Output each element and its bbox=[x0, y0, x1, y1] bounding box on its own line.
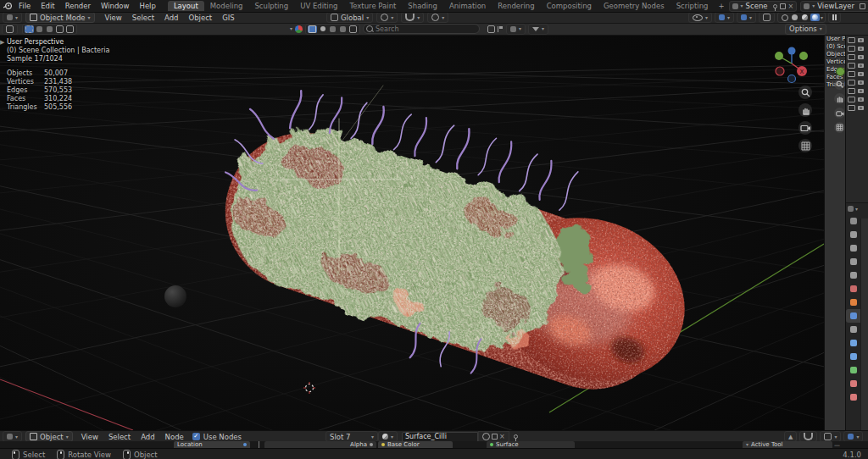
gizmo-z-axis[interactable] bbox=[788, 47, 796, 55]
ortho-grid-button[interactable] bbox=[834, 122, 845, 133]
workspace-tab[interactable]: Compositing bbox=[541, 1, 598, 11]
properties-tab[interactable] bbox=[846, 255, 860, 268]
properties-tab[interactable] bbox=[846, 363, 860, 377]
search-input[interactable] bbox=[363, 24, 480, 34]
select-set-button[interactable] bbox=[25, 25, 34, 33]
hide-in-render-icon[interactable] bbox=[858, 55, 864, 59]
active-tool-button[interactable] bbox=[2, 24, 18, 35]
properties-tab[interactable] bbox=[846, 309, 860, 323]
unlink-icon[interactable]: × bbox=[499, 433, 505, 440]
menu-item[interactable]: View bbox=[76, 433, 103, 441]
hide-in-render-icon[interactable] bbox=[858, 47, 864, 51]
hide-in-viewport-icon[interactable] bbox=[848, 97, 855, 102]
gizmo-y-axis[interactable] bbox=[775, 52, 783, 60]
mode-dropdown[interactable]: Object Mode▾ bbox=[25, 12, 95, 23]
outliner-row[interactable] bbox=[846, 86, 868, 95]
hide-in-render-icon[interactable] bbox=[858, 97, 864, 102]
editor-type-button[interactable]: ▾ bbox=[3, 12, 22, 23]
gizmos-toggle[interactable]: ▾ bbox=[715, 12, 734, 23]
gizmo-x-neg-axis[interactable] bbox=[776, 67, 784, 75]
menu-item[interactable]: Add bbox=[136, 433, 159, 441]
select-invert-button[interactable] bbox=[55, 25, 64, 33]
properties-tab[interactable] bbox=[846, 350, 860, 363]
blender-logo-icon[interactable] bbox=[3, 3, 12, 9]
workspace-tab[interactable]: Geometry Nodes bbox=[598, 1, 670, 11]
workspace-tab[interactable]: Scripting bbox=[670, 1, 715, 11]
menu-item[interactable]: Window bbox=[96, 2, 135, 10]
select-extend-button[interactable] bbox=[35, 25, 44, 33]
select-intersect-button[interactable] bbox=[65, 25, 75, 33]
properties-tab[interactable] bbox=[846, 268, 860, 282]
fake-user-shield-icon[interactable] bbox=[482, 433, 490, 440]
pivot-dropdown[interactable]: ▾ bbox=[376, 12, 398, 23]
workspace-tab[interactable]: Sculpting bbox=[248, 1, 294, 11]
filter-dropdown[interactable]: ▾ bbox=[528, 24, 548, 35]
menu-item[interactable]: GIS bbox=[217, 14, 240, 22]
properties-header[interactable]: ▾ bbox=[846, 203, 868, 214]
active-tool-panel[interactable]: ▾Active Tool bbox=[743, 441, 832, 448]
shading-solid-button[interactable] bbox=[790, 14, 799, 21]
menu-item[interactable]: File bbox=[14, 2, 36, 10]
hide-in-render-icon[interactable] bbox=[858, 80, 864, 85]
add-workspace-button[interactable]: + bbox=[714, 1, 728, 11]
orientation-dropdown[interactable]: Global▾ bbox=[326, 12, 373, 23]
menu-item[interactable]: Object bbox=[183, 14, 217, 22]
shader-socket[interactable] bbox=[490, 443, 493, 446]
pan-hand-button[interactable] bbox=[798, 103, 812, 117]
copy-icon[interactable] bbox=[860, 3, 865, 9]
hide-in-viewport-icon[interactable] bbox=[848, 63, 855, 69]
use-nodes-checkbox[interactable]: ✓ bbox=[192, 433, 200, 440]
vector-socket[interactable] bbox=[243, 443, 247, 446]
outliner-row[interactable] bbox=[846, 36, 868, 44]
options-button[interactable]: Options▾ bbox=[785, 24, 826, 35]
properties-content[interactable] bbox=[860, 218, 868, 430]
hide-in-render-icon[interactable] bbox=[858, 89, 864, 93]
close-icon[interactable]: × bbox=[788, 3, 794, 10]
display-mode-dropdown[interactable]: ▾ bbox=[506, 24, 526, 35]
hide-in-viewport-icon[interactable] bbox=[848, 54, 855, 60]
shading-rendered-button[interactable] bbox=[810, 14, 820, 21]
hide-in-render-icon[interactable] bbox=[858, 106, 864, 110]
pin-icon[interactable] bbox=[773, 4, 777, 8]
asset-kit-logo-icon[interactable] bbox=[295, 25, 303, 33]
properties-tab[interactable] bbox=[846, 390, 860, 404]
hide-in-viewport-icon[interactable] bbox=[848, 46, 855, 52]
outliner-row[interactable] bbox=[846, 103, 868, 112]
value-socket[interactable] bbox=[370, 443, 373, 446]
navigation-gizmo[interactable]: X bbox=[770, 45, 814, 84]
ortho-grid-button[interactable] bbox=[798, 139, 812, 152]
hide-in-viewport-icon[interactable] bbox=[848, 71, 855, 77]
material-name-input[interactable] bbox=[402, 432, 478, 442]
outliner-row[interactable] bbox=[846, 69, 868, 78]
gizmo-y-neg-axis[interactable] bbox=[799, 52, 808, 60]
scene-filter-button[interactable] bbox=[328, 25, 337, 33]
properties-tab[interactable] bbox=[846, 228, 860, 241]
node-surface[interactable]: Surface bbox=[487, 441, 575, 448]
pin-icon[interactable] bbox=[514, 434, 518, 439]
properties-tab[interactable] bbox=[846, 377, 860, 390]
hide-in-viewport-icon[interactable] bbox=[848, 80, 855, 86]
outliner-row[interactable] bbox=[846, 53, 868, 61]
gizmo-z-neg-axis[interactable] bbox=[788, 75, 796, 83]
pause-button[interactable] bbox=[828, 12, 841, 23]
hdr-filter-button[interactable] bbox=[338, 25, 348, 33]
hide-in-render-icon[interactable] bbox=[858, 38, 864, 42]
zoom-button[interactable] bbox=[834, 79, 845, 90]
snap-toggle[interactable]: ▾ bbox=[401, 12, 424, 23]
hide-in-render-icon[interactable] bbox=[858, 72, 864, 76]
node-location[interactable]: Location bbox=[174, 441, 250, 448]
workspace-tab[interactable]: Animation bbox=[443, 1, 492, 11]
toolbar-expand-arrow[interactable]: ▶ bbox=[0, 39, 4, 46]
properties-tab[interactable] bbox=[846, 323, 860, 336]
material-filter-button[interactable] bbox=[318, 25, 327, 33]
scene-selector[interactable]: ▾ Scene × bbox=[729, 1, 798, 12]
color-socket[interactable] bbox=[381, 443, 385, 446]
proportional-edit-toggle[interactable]: ▾ bbox=[427, 12, 448, 23]
properties-tab[interactable] bbox=[846, 336, 860, 350]
hide-in-viewport-icon[interactable] bbox=[848, 88, 855, 94]
node-base-color[interactable]: Base Color bbox=[378, 441, 453, 448]
bookmark-icon[interactable] bbox=[498, 26, 504, 32]
brush-filter-button[interactable] bbox=[348, 25, 358, 33]
properties-tab[interactable] bbox=[846, 282, 860, 296]
workspace-tab[interactable]: Rendering bbox=[492, 1, 540, 11]
